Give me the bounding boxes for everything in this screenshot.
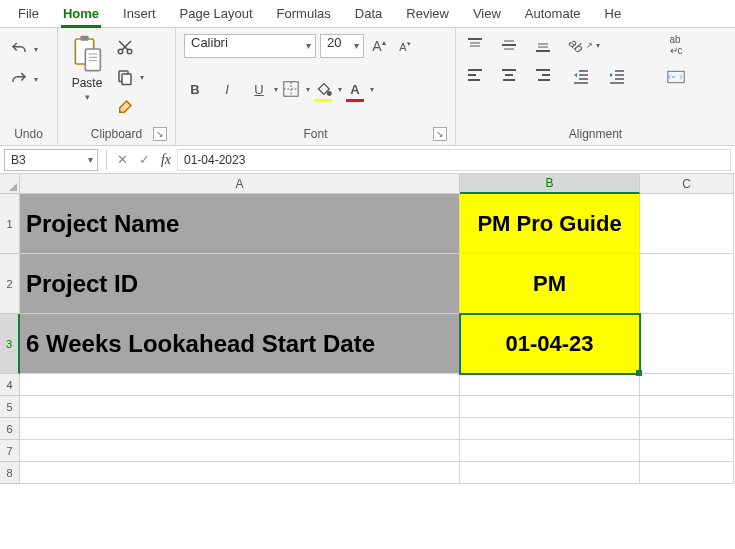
- tab-help[interactable]: He: [593, 2, 634, 27]
- row-header-2[interactable]: 2: [0, 254, 20, 314]
- col-header-B[interactable]: B: [460, 174, 640, 194]
- align-left-button[interactable]: [464, 64, 486, 86]
- tab-data[interactable]: Data: [343, 2, 394, 27]
- cell-B3[interactable]: 01-04-23: [460, 314, 640, 374]
- cell-B1[interactable]: PM Pro Guide: [460, 194, 640, 254]
- cell-C4[interactable]: [640, 374, 734, 396]
- align-middle-button[interactable]: [498, 34, 520, 56]
- paste-button[interactable]: Paste ▾: [66, 34, 108, 102]
- svg-point-7: [127, 49, 132, 54]
- insert-function-button[interactable]: fx: [155, 149, 177, 171]
- cell-A1[interactable]: Project Name: [20, 194, 460, 254]
- tab-home[interactable]: Home: [51, 2, 111, 27]
- merge-center-button[interactable]: [667, 66, 685, 88]
- check-icon: ✓: [139, 152, 150, 167]
- cell-B5[interactable]: [460, 396, 640, 418]
- copy-button[interactable]: ▾: [114, 66, 136, 88]
- align-bottom-icon: [534, 36, 552, 54]
- borders-button[interactable]: ▾: [280, 78, 302, 100]
- copy-icon: [116, 68, 134, 86]
- undo-icon: [10, 40, 28, 58]
- font-size-select[interactable]: 20▾: [320, 34, 364, 58]
- cell-A8[interactable]: [20, 462, 460, 484]
- cell-A4[interactable]: [20, 374, 460, 396]
- accept-formula-button[interactable]: ✓: [133, 149, 155, 171]
- col-header-C[interactable]: C: [640, 174, 734, 194]
- group-label-undo: Undo: [8, 125, 49, 143]
- cell-C1[interactable]: [640, 194, 734, 254]
- row-header-4[interactable]: 4: [0, 374, 20, 396]
- worksheet-grid: A B C 1 Project Name PM Pro Guide 2 Proj…: [0, 174, 735, 484]
- svg-rect-1: [80, 36, 88, 41]
- group-label-alignment: Alignment: [464, 125, 727, 143]
- bold-button[interactable]: B: [184, 78, 206, 100]
- chevron-down-icon: ▾: [85, 92, 90, 102]
- borders-icon: [282, 80, 300, 98]
- tab-view[interactable]: View: [461, 2, 513, 27]
- name-box[interactable]: B3▾: [4, 149, 98, 171]
- cell-A6[interactable]: [20, 418, 460, 440]
- cell-C5[interactable]: [640, 396, 734, 418]
- fill-color-button[interactable]: ▾: [312, 78, 334, 100]
- ribbon-tabs: File Home Insert Page Layout Formulas Da…: [0, 0, 735, 28]
- row-header-6[interactable]: 6: [0, 418, 20, 440]
- merge-icon: [667, 68, 685, 86]
- row-header-5[interactable]: 5: [0, 396, 20, 418]
- indent-icon: [608, 68, 626, 86]
- italic-button[interactable]: I: [216, 78, 238, 100]
- select-all-corner[interactable]: [0, 174, 20, 194]
- cell-B6[interactable]: [460, 418, 640, 440]
- clipboard-icon: [70, 34, 104, 74]
- svg-rect-2: [85, 49, 100, 71]
- paintbrush-icon: [116, 98, 134, 116]
- redo-button[interactable]: ▾: [8, 68, 30, 90]
- tab-insert[interactable]: Insert: [111, 2, 168, 27]
- tab-formulas[interactable]: Formulas: [265, 2, 343, 27]
- underline-button[interactable]: U▾: [248, 78, 270, 100]
- tab-page-layout[interactable]: Page Layout: [168, 2, 265, 27]
- align-center-button[interactable]: [498, 64, 520, 86]
- cell-C7[interactable]: [640, 440, 734, 462]
- tab-review[interactable]: Review: [394, 2, 461, 27]
- formula-input[interactable]: 01-04-2023: [177, 149, 731, 171]
- cell-B7[interactable]: [460, 440, 640, 462]
- align-right-button[interactable]: [532, 64, 554, 86]
- cell-B2[interactable]: PM: [460, 254, 640, 314]
- wrap-text-button[interactable]: ab↵c: [667, 34, 685, 56]
- decrease-indent-button[interactable]: [570, 66, 592, 88]
- cell-C8[interactable]: [640, 462, 734, 484]
- cell-A3[interactable]: 6 Weeks Lookahead Start Date: [20, 314, 460, 374]
- font-color-button[interactable]: A ▾: [344, 78, 366, 100]
- font-launcher[interactable]: ↘: [433, 127, 447, 141]
- increase-indent-button[interactable]: [606, 66, 628, 88]
- row-header-8[interactable]: 8: [0, 462, 20, 484]
- align-bottom-button[interactable]: [532, 34, 554, 56]
- font-name-select[interactable]: Calibri▾: [184, 34, 316, 58]
- cell-A7[interactable]: [20, 440, 460, 462]
- x-icon: ✕: [117, 152, 128, 167]
- row-header-1[interactable]: 1: [0, 194, 20, 254]
- cell-C3[interactable]: [640, 314, 734, 374]
- cancel-formula-button[interactable]: ✕: [111, 149, 133, 171]
- tab-file[interactable]: File: [6, 2, 51, 27]
- format-painter-button[interactable]: [114, 96, 136, 118]
- undo-button[interactable]: ▾: [8, 38, 30, 60]
- formula-bar: B3▾ ✕ ✓ fx 01-04-2023: [0, 146, 735, 174]
- row-header-7[interactable]: 7: [0, 440, 20, 462]
- tab-automate[interactable]: Automate: [513, 2, 593, 27]
- cell-B4[interactable]: [460, 374, 640, 396]
- align-top-button[interactable]: [464, 34, 486, 56]
- decrease-font-button[interactable]: A▾: [394, 35, 416, 57]
- increase-font-button[interactable]: A▴: [368, 35, 390, 57]
- cell-C6[interactable]: [640, 418, 734, 440]
- cut-button[interactable]: [114, 36, 136, 58]
- col-header-A[interactable]: A: [20, 174, 460, 194]
- orientation-button[interactable]: ab↗▾: [570, 34, 592, 56]
- svg-rect-9: [122, 74, 131, 85]
- cell-C2[interactable]: [640, 254, 734, 314]
- cell-B8[interactable]: [460, 462, 640, 484]
- cell-A5[interactable]: [20, 396, 460, 418]
- row-header-3[interactable]: 3: [0, 314, 20, 374]
- cell-A2[interactable]: Project ID: [20, 254, 460, 314]
- clipboard-launcher[interactable]: ↘: [153, 127, 167, 141]
